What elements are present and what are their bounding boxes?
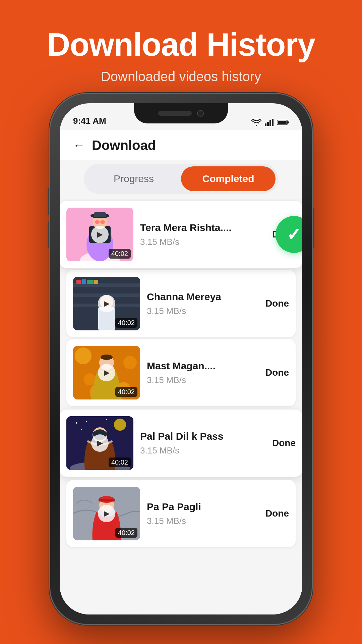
video-speed-2: 3.15 MB/s bbox=[147, 306, 259, 316]
svg-point-39 bbox=[76, 422, 77, 424]
duration-1: 40:02 bbox=[109, 249, 131, 259]
svg-rect-22 bbox=[76, 280, 81, 284]
video-list: ▶ 40:02 Tera Mera Rishta.... 3.15 MB/s D… bbox=[60, 199, 302, 614]
svg-rect-6 bbox=[278, 121, 287, 124]
tab-completed[interactable]: Completed bbox=[181, 166, 276, 191]
svg-rect-2 bbox=[269, 120, 271, 126]
power-button bbox=[312, 208, 314, 248]
done-label-2: Done bbox=[265, 298, 289, 309]
video-info-2: Channa Mereya 3.15 MB/s bbox=[140, 291, 265, 316]
check-badge: ✓ bbox=[276, 216, 302, 253]
video-speed-3: 3.15 MB/s bbox=[147, 375, 259, 385]
camera bbox=[197, 110, 204, 117]
check-icon: ✓ bbox=[287, 224, 301, 245]
duration-2: 40:02 bbox=[115, 318, 137, 328]
header-section: Download History Downloaded videos histo… bbox=[0, 0, 362, 98]
app-header: ← Download bbox=[60, 130, 302, 160]
signal-icon bbox=[265, 119, 274, 126]
video-item-1[interactable]: ▶ 40:02 Tera Mera Rishta.... 3.15 MB/s D… bbox=[60, 201, 302, 268]
video-info-3: Mast Magan.... 3.15 MB/s bbox=[140, 360, 265, 385]
phone-mockup: 9:41 AM bbox=[50, 94, 312, 624]
phone-screen: 9:41 AM bbox=[60, 103, 302, 614]
svg-rect-48 bbox=[99, 499, 115, 501]
svg-point-30 bbox=[75, 347, 92, 364]
video-speed-5: 3.15 MB/s bbox=[147, 516, 259, 526]
main-title: Download History bbox=[13, 27, 349, 62]
video-title-4: Pal Pal Dil k Pass bbox=[140, 431, 265, 442]
video-info-5: Pa Pa Pagli 3.15 MB/s bbox=[140, 501, 265, 526]
done-label-4: Done bbox=[272, 438, 296, 448]
video-item-5[interactable]: ▶ 40:02 Pa Pa Pagli 3.15 MB/s Done bbox=[66, 480, 296, 547]
wifi-icon bbox=[251, 119, 261, 126]
done-label-5: Done bbox=[265, 508, 289, 519]
thumbnail-4: ▶ 40:02 bbox=[66, 416, 133, 470]
svg-point-31 bbox=[123, 356, 137, 369]
svg-rect-5 bbox=[288, 121, 289, 123]
video-item-2[interactable]: ▶ 40:02 Channa Mereya 3.15 MB/s Done bbox=[66, 270, 296, 337]
background: Download History Downloaded videos histo… bbox=[0, 0, 362, 644]
svg-rect-0 bbox=[265, 123, 266, 126]
status-time: 9:41 AM bbox=[73, 116, 106, 126]
svg-rect-3 bbox=[272, 119, 274, 126]
thumbnail-2: ▶ 40:02 bbox=[73, 277, 140, 330]
video-speed-4: 3.15 MB/s bbox=[140, 445, 265, 456]
battery-icon bbox=[277, 119, 289, 125]
volume-down-button bbox=[48, 221, 50, 248]
play-button-2[interactable]: ▶ bbox=[98, 295, 115, 312]
video-speed-1: 3.15 MB/s bbox=[140, 237, 265, 247]
phone-notch bbox=[134, 103, 228, 123]
done-label-3: Done bbox=[265, 367, 289, 378]
app-screen-title: Download bbox=[92, 138, 156, 153]
play-button-1[interactable]: ▶ bbox=[91, 226, 109, 243]
svg-rect-25 bbox=[94, 280, 98, 284]
svg-point-40 bbox=[86, 421, 87, 422]
tab-progress[interactable]: Progress bbox=[86, 166, 181, 191]
thumbnail-5: ▶ 40:02 bbox=[73, 487, 140, 540]
svg-rect-14 bbox=[95, 220, 100, 224]
thumbnail-3: ▶ 40:02 bbox=[73, 346, 140, 399]
svg-rect-1 bbox=[267, 122, 269, 126]
svg-point-36 bbox=[101, 355, 113, 360]
video-title-1: Tera Mera Rishta.... bbox=[140, 222, 265, 233]
video-item-4[interactable]: ▶ 40:02 Pal Pal Dil k Pass 3.15 MB/s Don… bbox=[60, 410, 302, 477]
svg-rect-23 bbox=[82, 279, 86, 284]
main-subtitle: Downloaded videos history bbox=[13, 69, 349, 84]
play-button-3[interactable]: ▶ bbox=[98, 364, 115, 381]
svg-point-42 bbox=[81, 429, 82, 430]
video-title-3: Mast Magan.... bbox=[147, 360, 259, 372]
volume-up-button bbox=[48, 188, 50, 215]
play-button-5[interactable]: ▶ bbox=[98, 505, 115, 522]
svg-rect-24 bbox=[87, 280, 93, 284]
svg-rect-15 bbox=[100, 220, 105, 224]
svg-point-38 bbox=[114, 419, 126, 431]
thumbnail-1: ▶ 40:02 bbox=[66, 208, 133, 261]
duration-4: 40:02 bbox=[109, 458, 131, 467]
duration-3: 40:02 bbox=[115, 387, 137, 397]
video-title-2: Channa Mereya bbox=[147, 291, 259, 303]
back-button[interactable]: ← bbox=[73, 138, 85, 152]
svg-rect-13 bbox=[94, 212, 106, 217]
video-info-4: Pal Pal Dil k Pass 3.15 MB/s bbox=[133, 431, 272, 456]
speaker bbox=[158, 111, 192, 116]
duration-5: 40:02 bbox=[115, 528, 137, 538]
tab-switcher: Progress Completed bbox=[84, 164, 278, 194]
play-button-4[interactable]: ▶ bbox=[91, 434, 109, 452]
status-icons bbox=[251, 119, 289, 126]
video-info-1: Tera Mera Rishta.... 3.15 MB/s bbox=[133, 222, 272, 247]
svg-point-41 bbox=[106, 419, 107, 420]
video-title-5: Pa Pa Pagli bbox=[147, 501, 259, 513]
video-item-3[interactable]: ▶ 40:02 Mast Magan.... 3.15 MB/s Done bbox=[66, 339, 296, 406]
